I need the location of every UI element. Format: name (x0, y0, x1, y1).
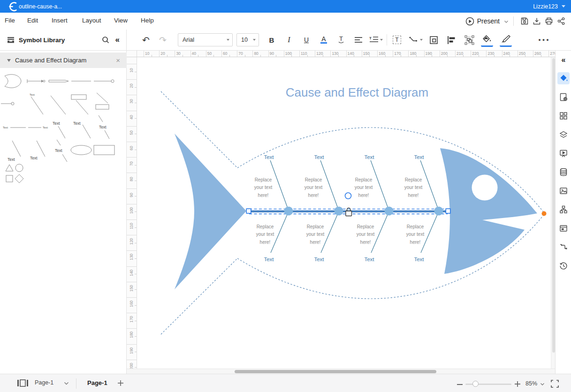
shape-thumbnail-rectangle[interactable] (94, 145, 114, 155)
rib-unit[interactable]: TextReplaceyour texthere!Replaceyour tex… (305, 154, 343, 262)
page-tab[interactable]: Page-1 (87, 379, 107, 386)
present-button[interactable]: Present (465, 17, 500, 26)
rib-bottom-note-line[interactable]: here! (310, 240, 321, 245)
shape-thumbnail-triangle[interactable] (6, 165, 13, 171)
shape-thumbnail-branch-text[interactable]: Text (53, 121, 65, 138)
user-menu-caret-icon[interactable] (562, 5, 565, 8)
spine-node[interactable] (335, 207, 343, 216)
zoom-chevron-icon[interactable] (540, 383, 545, 386)
rib-top-note-line[interactable]: your text (254, 185, 273, 190)
presentation-panel-button[interactable] (557, 147, 570, 159)
rib-top-note-line[interactable]: here! (408, 193, 419, 198)
shape-thumbnail-branch-text-top[interactable]: Text (30, 93, 43, 114)
rib-top-note-line[interactable]: Replace (405, 177, 422, 182)
container-panel-button[interactable] (557, 222, 570, 234)
horizontal-scrollbar-thumb[interactable] (235, 370, 436, 373)
rib-top-note-line[interactable]: Replace (305, 177, 322, 182)
rib-bottom-note-line[interactable]: your text (256, 232, 274, 237)
rib-bottom-label[interactable]: Text (364, 256, 374, 262)
share-button[interactable] (555, 15, 567, 27)
add-page-icon[interactable] (117, 380, 124, 386)
vertical-scrollbar[interactable] (551, 57, 555, 369)
fish-tail-shape[interactable] (175, 134, 246, 289)
rib-top-note-line[interactable]: your text (305, 185, 323, 190)
selection-handle-right[interactable] (446, 209, 450, 213)
collapse-panel-icon[interactable]: « (115, 35, 120, 45)
bold-button[interactable]: B (266, 33, 278, 47)
shape-thumbnail-branch-text-mid[interactable]: Text (99, 115, 109, 139)
rib-bottom-note-line[interactable]: here! (260, 240, 271, 245)
shape-thumbnail-fish-frame[interactable] (5, 75, 21, 88)
shape-thumbnail-branch-text-mid-2[interactable]: Text (55, 140, 67, 162)
image-panel-button[interactable] (557, 185, 570, 197)
text-effect-button[interactable]: T (335, 33, 347, 47)
rib-unit[interactable]: TextReplaceyour texthere!Replaceyour tex… (254, 154, 293, 262)
zoom-in-button[interactable] (514, 381, 521, 387)
diagram-title[interactable]: Cause and Effect Diagram (286, 85, 428, 99)
line-spacing-button[interactable]: T (369, 33, 383, 47)
shape-thumbnail-branch-text-bottom[interactable]: Text (8, 141, 21, 162)
rib-bottom-label[interactable]: Text (264, 256, 274, 262)
rib-top-note-line[interactable]: Replace (355, 177, 373, 182)
page-setup-panel-button[interactable] (557, 91, 570, 103)
zoom-out-button[interactable] (457, 384, 463, 385)
menu-view[interactable]: View (114, 13, 128, 28)
present-dropdown-icon[interactable] (504, 20, 509, 23)
insert-textbox-button[interactable]: T (391, 33, 403, 47)
collapse-sidebar-button[interactable]: « (557, 54, 570, 66)
page-selector[interactable]: Page-1 (35, 379, 53, 386)
rib-bottom-note-line[interactable]: Replace (407, 224, 424, 229)
rib-bottom-label[interactable]: Text (414, 256, 424, 262)
rib-bottom-note-line[interactable]: here! (410, 240, 421, 245)
rib-top-label[interactable]: Text (314, 154, 324, 160)
underline-button[interactable]: U (300, 33, 312, 47)
selection-handle-left[interactable] (246, 209, 251, 213)
rib-top-note-line[interactable]: here! (358, 193, 369, 198)
rib-unit[interactable]: TextReplaceyour texthere!Replaceyour tex… (355, 154, 394, 262)
shape-thumbnail-branch-box[interactable] (96, 93, 109, 109)
shape-thumbnail-circle[interactable] (15, 164, 23, 172)
connector-panel-button[interactable] (557, 241, 570, 253)
rib-bottom-note-line[interactable]: here! (360, 240, 371, 245)
rib-bottom-note-line[interactable]: Replace (307, 224, 324, 229)
horizontal-scrollbar[interactable] (127, 369, 555, 374)
group-button[interactable] (463, 33, 475, 47)
menu-file[interactable]: File (5, 13, 15, 28)
menu-edit[interactable]: Edit (27, 13, 38, 28)
shape-thumbnail-line-text-right[interactable]: Text (28, 126, 48, 129)
shape-thumbnail-ellipse[interactable] (71, 145, 91, 155)
download-button[interactable] (531, 15, 543, 27)
italic-button[interactable]: I (283, 33, 295, 47)
search-icon[interactable] (102, 36, 110, 44)
align-text-button[interactable] (352, 33, 365, 47)
spine-node[interactable] (385, 207, 394, 216)
connection-point-handle[interactable] (542, 211, 547, 216)
shape-thumbnail-branch-text-2[interactable]: Text (73, 121, 91, 138)
section-collapse-icon[interactable] (7, 59, 11, 62)
username[interactable]: Lizzie123 (533, 3, 558, 10)
menu-layout[interactable]: Layout (82, 13, 101, 28)
rib-bottom-note-line[interactable]: Replace (257, 224, 274, 229)
rib-top-note-line[interactable]: Replace (255, 177, 272, 182)
rib-top-label[interactable]: Text (264, 154, 274, 160)
bring-forward-button[interactable] (427, 33, 440, 47)
rib-bottom-note-line[interactable]: Replace (357, 224, 374, 229)
rib-bottom-note-line[interactable]: your text (306, 232, 325, 237)
history-panel-button[interactable] (557, 260, 570, 272)
rib-top-note-line[interactable]: here! (308, 193, 319, 198)
spine-node[interactable] (434, 207, 443, 216)
shape-thumbnail-box-branch[interactable] (71, 95, 88, 114)
shape-thumbnail-branch[interactable] (51, 96, 66, 114)
vertical-scrollbar-thumb[interactable] (552, 58, 555, 353)
spine-node[interactable] (284, 207, 293, 216)
shape-thumbnail-diamond[interactable] (15, 174, 23, 183)
fullscreen-icon[interactable] (551, 380, 559, 388)
menu-help[interactable]: Help (141, 13, 154, 28)
zoom-slider-knob[interactable] (472, 381, 479, 387)
connector-tool-button[interactable] (409, 33, 423, 47)
org-chart-panel-button[interactable] (557, 204, 570, 216)
page-selector-chevron-icon[interactable] (64, 382, 69, 385)
rib-top-note-line[interactable]: here! (258, 193, 269, 198)
font-color-button[interactable]: A (318, 33, 330, 47)
redo-button[interactable]: ↷ (157, 33, 169, 47)
